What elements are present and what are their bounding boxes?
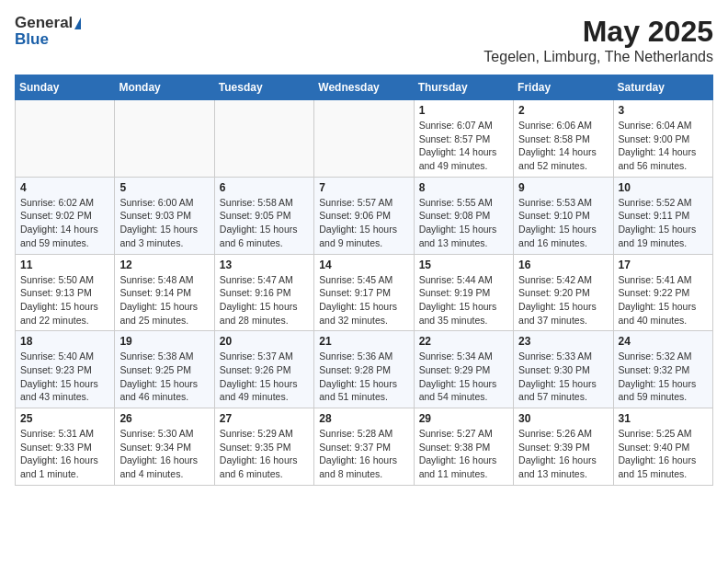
calendar-header-row: Sunday Monday Tuesday Wednesday Thursday… <box>16 75 713 100</box>
logo: General Blue <box>15 15 81 49</box>
calendar-cell: 15Sunrise: 5:44 AMSunset: 9:19 PMDayligh… <box>414 254 513 331</box>
day-number: 21 <box>319 335 408 348</box>
day-number: 6 <box>220 181 309 194</box>
calendar-week-4: 18Sunrise: 5:40 AMSunset: 9:23 PMDayligh… <box>16 331 713 408</box>
day-number: 8 <box>419 181 508 194</box>
day-info: Sunrise: 5:32 AMSunset: 9:32 PMDaylight:… <box>619 350 708 404</box>
day-info: Sunrise: 5:55 AMSunset: 9:08 PMDaylight:… <box>419 196 508 250</box>
calendar-cell: 31Sunrise: 5:25 AMSunset: 9:40 PMDayligh… <box>613 408 712 486</box>
day-number: 24 <box>619 335 708 348</box>
day-info: Sunrise: 5:41 AMSunset: 9:22 PMDaylight:… <box>619 273 708 327</box>
calendar-cell: 2Sunrise: 6:06 AMSunset: 8:58 PMDaylight… <box>514 100 613 178</box>
day-info: Sunrise: 5:38 AMSunset: 9:25 PMDaylight:… <box>119 350 209 404</box>
calendar-cell: 12Sunrise: 5:48 AMSunset: 9:14 PMDayligh… <box>115 254 214 331</box>
day-number: 31 <box>619 412 708 425</box>
day-info: Sunrise: 5:58 AMSunset: 9:05 PMDaylight:… <box>220 196 309 250</box>
day-info: Sunrise: 5:36 AMSunset: 9:28 PMDaylight:… <box>319 350 408 404</box>
day-number: 25 <box>20 412 109 425</box>
day-number: 3 <box>619 104 708 117</box>
calendar-cell: 4Sunrise: 6:02 AMSunset: 9:02 PMDaylight… <box>16 177 115 254</box>
day-info: Sunrise: 5:33 AMSunset: 9:30 PMDaylight:… <box>518 350 608 404</box>
calendar-cell: 28Sunrise: 5:28 AMSunset: 9:37 PMDayligh… <box>314 408 414 486</box>
day-info: Sunrise: 5:53 AMSunset: 9:10 PMDaylight:… <box>518 196 608 250</box>
col-friday: Friday <box>514 75 613 100</box>
day-info: Sunrise: 5:34 AMSunset: 9:29 PMDaylight:… <box>419 350 508 404</box>
day-info: Sunrise: 6:02 AMSunset: 9:02 PMDaylight:… <box>20 196 109 250</box>
calendar-cell: 16Sunrise: 5:42 AMSunset: 9:20 PMDayligh… <box>514 254 613 331</box>
calendar-cell: 22Sunrise: 5:34 AMSunset: 9:29 PMDayligh… <box>414 331 513 408</box>
day-info: Sunrise: 5:40 AMSunset: 9:23 PMDaylight:… <box>20 350 109 404</box>
calendar-cell: 25Sunrise: 5:31 AMSunset: 9:33 PMDayligh… <box>16 408 115 486</box>
day-number: 5 <box>119 181 209 194</box>
day-number: 30 <box>518 412 608 425</box>
calendar-cell: 29Sunrise: 5:27 AMSunset: 9:38 PMDayligh… <box>414 408 513 486</box>
day-number: 23 <box>518 335 608 348</box>
col-wednesday: Wednesday <box>314 75 414 100</box>
calendar-cell: 14Sunrise: 5:45 AMSunset: 9:17 PMDayligh… <box>314 254 414 331</box>
day-info: Sunrise: 5:29 AMSunset: 9:35 PMDaylight:… <box>220 427 309 481</box>
day-info: Sunrise: 5:30 AMSunset: 9:34 PMDaylight:… <box>119 427 209 481</box>
calendar-cell <box>214 100 313 178</box>
day-number: 20 <box>220 335 309 348</box>
day-number: 7 <box>319 181 408 194</box>
logo-triangle-icon <box>74 17 81 29</box>
col-monday: Monday <box>115 75 214 100</box>
calendar-cell <box>314 100 414 178</box>
day-number: 10 <box>619 181 708 194</box>
calendar-cell: 18Sunrise: 5:40 AMSunset: 9:23 PMDayligh… <box>16 331 115 408</box>
day-info: Sunrise: 6:07 AMSunset: 8:57 PMDaylight:… <box>419 119 508 173</box>
day-number: 26 <box>119 412 209 425</box>
day-info: Sunrise: 5:50 AMSunset: 9:13 PMDaylight:… <box>20 273 109 327</box>
day-info: Sunrise: 5:27 AMSunset: 9:38 PMDaylight:… <box>419 427 508 481</box>
day-info: Sunrise: 5:26 AMSunset: 9:39 PMDaylight:… <box>518 427 608 481</box>
calendar-cell: 10Sunrise: 5:52 AMSunset: 9:11 PMDayligh… <box>613 177 712 254</box>
calendar-cell: 5Sunrise: 6:00 AMSunset: 9:03 PMDaylight… <box>115 177 214 254</box>
day-number: 27 <box>220 412 309 425</box>
calendar-cell: 23Sunrise: 5:33 AMSunset: 9:30 PMDayligh… <box>514 331 613 408</box>
calendar-week-1: 1Sunrise: 6:07 AMSunset: 8:57 PMDaylight… <box>16 100 713 178</box>
calendar-cell: 11Sunrise: 5:50 AMSunset: 9:13 PMDayligh… <box>16 254 115 331</box>
page-header: General Blue May 2025 Tegelen, Limburg, … <box>15 15 713 65</box>
day-info: Sunrise: 5:37 AMSunset: 9:26 PMDaylight:… <box>220 350 309 404</box>
day-info: Sunrise: 5:31 AMSunset: 9:33 PMDaylight:… <box>20 427 109 481</box>
calendar-week-3: 11Sunrise: 5:50 AMSunset: 9:13 PMDayligh… <box>16 254 713 331</box>
calendar-cell: 21Sunrise: 5:36 AMSunset: 9:28 PMDayligh… <box>314 331 414 408</box>
day-number: 14 <box>319 259 408 271</box>
col-tuesday: Tuesday <box>214 75 313 100</box>
day-number: 13 <box>220 259 309 271</box>
col-saturday: Saturday <box>613 75 712 100</box>
logo-blue-text: Blue <box>15 30 49 48</box>
day-number: 19 <box>119 335 209 348</box>
calendar-cell <box>16 100 115 178</box>
day-info: Sunrise: 6:00 AMSunset: 9:03 PMDaylight:… <box>119 196 209 250</box>
day-number: 4 <box>20 181 109 194</box>
day-info: Sunrise: 5:44 AMSunset: 9:19 PMDaylight:… <box>419 273 508 327</box>
day-number: 29 <box>419 412 508 425</box>
day-number: 1 <box>419 104 508 117</box>
day-number: 22 <box>419 335 508 348</box>
day-info: Sunrise: 5:52 AMSunset: 9:11 PMDaylight:… <box>619 196 708 250</box>
calendar-week-2: 4Sunrise: 6:02 AMSunset: 9:02 PMDaylight… <box>16 177 713 254</box>
day-number: 15 <box>419 259 508 271</box>
calendar-cell: 8Sunrise: 5:55 AMSunset: 9:08 PMDaylight… <box>414 177 513 254</box>
day-info: Sunrise: 5:47 AMSunset: 9:16 PMDaylight:… <box>220 273 309 327</box>
day-number: 9 <box>518 181 608 194</box>
calendar-cell: 17Sunrise: 5:41 AMSunset: 9:22 PMDayligh… <box>613 254 712 331</box>
calendar-cell: 9Sunrise: 5:53 AMSunset: 9:10 PMDaylight… <box>514 177 613 254</box>
day-info: Sunrise: 5:45 AMSunset: 9:17 PMDaylight:… <box>319 273 408 327</box>
calendar-table: Sunday Monday Tuesday Wednesday Thursday… <box>15 75 713 486</box>
day-number: 18 <box>20 335 109 348</box>
calendar-cell: 30Sunrise: 5:26 AMSunset: 9:39 PMDayligh… <box>514 408 613 486</box>
calendar-cell: 27Sunrise: 5:29 AMSunset: 9:35 PMDayligh… <box>214 408 313 486</box>
page-title: May 2025 <box>483 15 713 49</box>
day-number: 2 <box>518 104 608 117</box>
day-info: Sunrise: 6:06 AMSunset: 8:58 PMDaylight:… <box>518 119 608 173</box>
day-number: 11 <box>20 259 109 271</box>
day-info: Sunrise: 5:48 AMSunset: 9:14 PMDaylight:… <box>119 273 209 327</box>
page-subtitle: Tegelen, Limburg, The Netherlands <box>483 49 713 65</box>
day-number: 16 <box>518 259 608 271</box>
day-info: Sunrise: 5:25 AMSunset: 9:40 PMDaylight:… <box>619 427 708 481</box>
logo-general-text: General <box>15 14 73 31</box>
calendar-cell: 6Sunrise: 5:58 AMSunset: 9:05 PMDaylight… <box>214 177 313 254</box>
col-thursday: Thursday <box>414 75 513 100</box>
